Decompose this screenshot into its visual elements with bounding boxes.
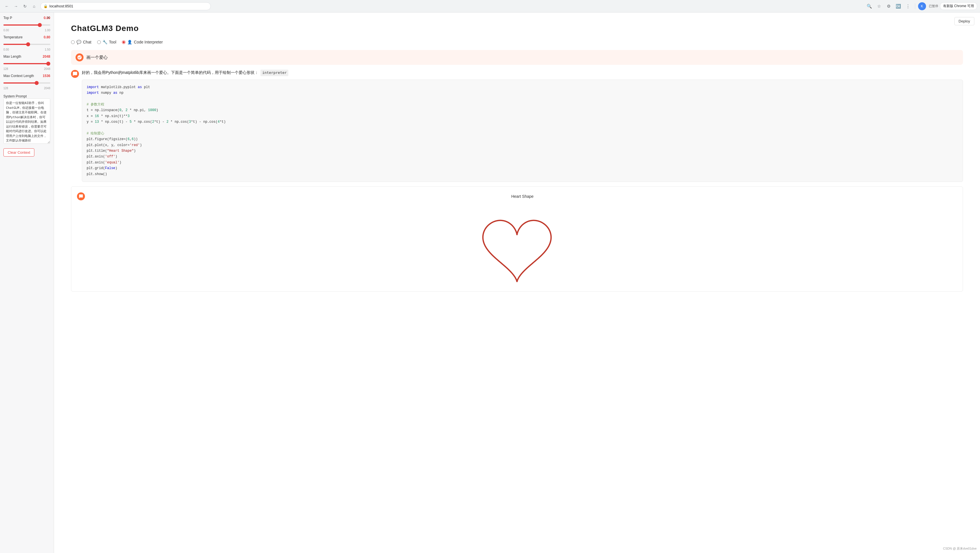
bot-message-content: 好的，我会用Python的matplotlib库来画一个爱心。下面是一个简单的代… [82,69,963,182]
temperature-value: 0.80 [44,35,50,39]
back-button[interactable]: ← [3,2,11,10]
app-body: ✕ Top P 0.80 0.00 1.00 Temperature 0.80 [0,13,980,553]
tool-icon: 🔧 [103,40,107,44]
heart-svg [474,206,560,285]
heart-chart-title: Heart Shape [88,194,957,199]
max-context-group: Max Context Length 1536 128 2048 [3,74,50,90]
system-prompt-label: System Prompt [3,94,50,98]
user-message-text: 画一个爱心 [86,55,108,60]
max-context-value: 1536 [43,74,50,78]
mode-chat[interactable]: 💬 Chat [71,40,91,44]
search-button[interactable]: 🔍 [865,2,873,10]
max-context-range: 128 2048 [3,87,50,90]
extensions-button[interactable]: ⚙ [885,2,893,10]
update-banner[interactable]: 有新版 Chrome 可用 [940,2,977,10]
tool-label: Tool [109,40,116,44]
deploy-button[interactable]: Deploy [955,17,974,25]
chat-label: Chat [83,40,91,44]
more-button[interactable]: ⋮ [904,2,912,10]
system-prompt-group: System Prompt 你是一位智能AI助手，你叫ChatGLM，你还接着一… [3,93,50,145]
mode-code-interpreter[interactable]: 👤 Code Interpreter [122,40,163,44]
max-context-label: Max Context Length 1536 [3,74,50,78]
interpreter-tag: interpreter [261,70,288,76]
code-interpreter-icon: 👤 [127,40,132,44]
sidebar-close-button[interactable]: ✕ [46,15,51,21]
code-interpreter-label: Code Interpreter [134,40,163,44]
top-p-label: Top P 0.80 [3,16,50,20]
bot-message-text: 好的，我会用Python的matplotlib库来画一个爱心。下面是一个简单的代… [82,69,963,76]
mode-tool[interactable]: 🔧 Tool [97,40,116,44]
max-length-label: Max Length 2048 [3,54,50,59]
max-length-value: 2048 [43,54,50,59]
puzzle-button[interactable]: 🆗 [894,2,902,10]
address-bar[interactable]: 🔒 localhost:8501 [40,2,211,10]
reload-button[interactable]: ↻ [21,2,29,10]
profile-button[interactable]: K [918,2,926,10]
temperature-group: Temperature 0.80 0.00 1.50 [3,35,50,51]
clear-context-button[interactable]: Clear Context [3,148,34,156]
mode-selector: 💬 Chat 🔧 Tool 👤 Code Interpreter [71,40,963,44]
temperature-range: 0.00 1.50 [3,48,50,51]
browser-chrome: ← → ↻ ⌂ 🔒 localhost:8501 🔍 ☆ ⚙ 🆗 ⋮ K 已暂停… [0,0,980,13]
url-text: localhost:8501 [49,4,73,8]
max-length-slider-container [3,60,50,65]
mode-chat-radio[interactable] [71,40,75,44]
code-block: import matplotlib.pyplot as plt import n… [82,80,963,182]
max-context-slider[interactable] [3,83,50,84]
top-p-slider[interactable] [3,24,50,25]
page-title: ChatGLM3 Demo [71,24,963,33]
bookmark-button[interactable]: ☆ [875,2,883,10]
max-length-slider[interactable] [3,63,50,64]
temperature-slider-container [3,41,50,46]
temperature-label: Temperature 0.80 [3,35,50,39]
divider [915,3,915,9]
top-p-slider-container [3,22,50,27]
top-p-group: Top P 0.80 0.00 1.00 [3,16,50,32]
heart-output: Heart Shape [71,186,963,292]
heart-header: Heart Shape [77,192,957,200]
mode-code-interpreter-radio[interactable] [122,40,126,44]
user-message: 画一个爱心 [71,50,963,65]
heart-output-avatar [77,192,85,200]
profile-status: 已暂停 [929,4,938,8]
lock-icon: 🔒 [43,4,48,8]
nav-buttons: ← → ↻ ⌂ [3,2,38,10]
bot-avatar [71,70,79,78]
max-length-range: 128 2048 [3,67,50,70]
main-content: Deploy ChatGLM3 Demo 💬 Chat 🔧 Tool 👤 Cod… [54,13,980,553]
footer-credit: CSDN @ 原来dve01dve [943,547,977,551]
sidebar: ✕ Top P 0.80 0.00 1.00 Temperature 0.80 [0,13,54,553]
bot-message: 好的，我会用Python的matplotlib库来画一个爱心。下面是一个简单的代… [71,69,963,182]
chat-icon: 💬 [76,40,81,44]
temperature-slider[interactable] [3,44,50,45]
user-avatar [76,53,84,61]
browser-actions: 🔍 ☆ ⚙ 🆗 ⋮ K 已暂停 有新版 Chrome 可用 [865,2,977,10]
system-prompt-textarea[interactable]: 你是一位智能AI助手，你叫ChatGLM，你还接着一台电脑，但请注意不能联网。在… [3,98,50,144]
max-context-slider-container [3,80,50,85]
mode-tool-radio[interactable] [97,40,101,44]
home-button[interactable]: ⌂ [30,2,38,10]
top-p-range: 0.00 1.00 [3,29,50,32]
forward-button[interactable]: → [12,2,20,10]
max-length-group: Max Length 2048 128 2048 [3,54,50,70]
